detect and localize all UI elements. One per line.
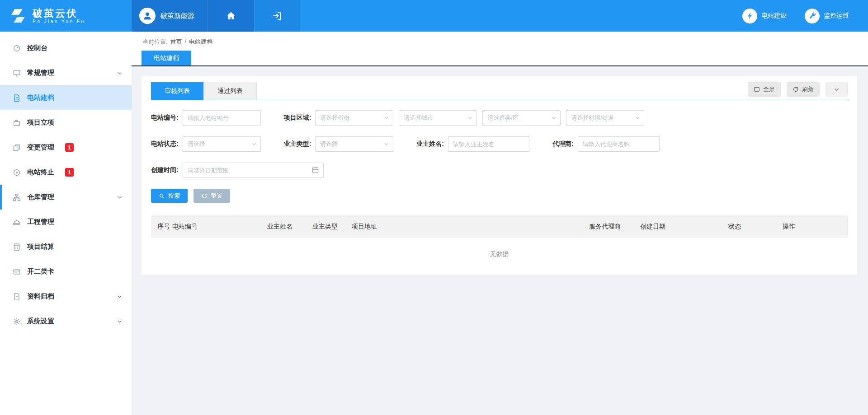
search-button[interactable]: 搜索 <box>151 189 188 203</box>
sidebar-item-label: 变更管理 <box>27 143 54 152</box>
town-select[interactable]: 请选择村镇/街道 <box>566 110 644 126</box>
sidebar-item-data-archive[interactable]: 资料归档 <box>0 284 132 309</box>
sidebar-item-change-mgmt[interactable]: 变更管理 1 <box>0 135 132 160</box>
region-label: 项目区域: <box>284 114 311 122</box>
sidebar-item-class2-card[interactable]: 开二类卡 <box>0 259 132 284</box>
archive-icon <box>13 293 21 301</box>
card-icon <box>13 268 21 276</box>
fullscreen-button[interactable]: 全屏 <box>748 82 781 97</box>
calculator-icon <box>13 243 21 251</box>
lightning-icon <box>742 9 757 23</box>
col-created-date: 创建日期 <box>640 223 728 231</box>
chevron-down-icon <box>251 141 257 147</box>
copy-icon <box>13 144 21 152</box>
panel-card: 审核列表 通过列表 全屏 刷新 <box>142 76 857 275</box>
brand-subtitle: Po Jian Yun Fu <box>33 19 85 24</box>
chevron-down-icon <box>117 70 123 76</box>
home-button[interactable] <box>208 0 254 32</box>
date-range-input[interactable] <box>183 163 324 178</box>
dashboard-icon <box>13 44 21 52</box>
empty-state-text: 无数据 <box>151 238 848 263</box>
sidebar-item-station-termination[interactable]: 电站终止 1 <box>0 160 132 185</box>
chevron-down-icon <box>467 115 473 121</box>
panel-tab-bar: 审核列表 通过列表 全屏 刷新 <box>151 82 848 100</box>
notification-badge: 1 <box>65 168 74 177</box>
col-project-address: 项目地址 <box>352 223 589 231</box>
sidebar-item-label: 仓库管理 <box>27 193 54 201</box>
chevron-down-icon <box>551 115 557 121</box>
city-select[interactable]: 请选择城市 <box>399 110 477 126</box>
col-owner-name: 业主姓名 <box>267 223 312 231</box>
sidebar-item-label: 项目立项 <box>27 118 54 127</box>
home-icon <box>226 11 236 21</box>
collapse-panel-button[interactable] <box>826 82 848 97</box>
brand-title: 破茧云伏 <box>33 8 85 19</box>
stop-icon <box>13 168 21 177</box>
sidebar-item-system-settings[interactable]: 系统设置 <box>0 309 132 334</box>
sidebar-item-engineering-mgmt[interactable]: 工程管理 <box>0 210 132 234</box>
sidebar-item-label: 工程管理 <box>27 218 54 226</box>
chevron-down-icon <box>384 115 389 121</box>
sidebar-item-label: 常规管理 <box>27 69 54 77</box>
owner-name-label: 业主姓名: <box>416 140 444 148</box>
reset-icon <box>201 193 208 199</box>
county-select[interactable]: 请选择县/区 <box>482 110 561 126</box>
logo-icon <box>9 9 27 23</box>
content-area: 审核列表 通过列表 全屏 刷新 <box>132 66 868 415</box>
owner-type-select[interactable]: 请选择 <box>315 136 393 152</box>
col-station-no: 电站编号 <box>172 223 267 231</box>
breadcrumb: 当前位置: 首页 / 电站建档 <box>132 38 868 46</box>
sidebar: 控制台 常规管理 电站建档 项目立项 <box>0 32 132 415</box>
nav-label: 电站建设 <box>761 12 787 20</box>
nav-monitor-ops[interactable]: 监控运维 <box>805 9 849 23</box>
agent-input[interactable] <box>578 136 660 152</box>
sidebar-item-dashboard[interactable]: 控制台 <box>0 36 132 61</box>
sidebar-item-station-filing[interactable]: 电站建档 <box>0 85 132 110</box>
app-header: 破茧云伏 Po Jian Yun Fu 破茧新能源 电站建 <box>0 0 868 32</box>
person-icon <box>142 11 152 21</box>
logout-button[interactable] <box>254 0 300 32</box>
breadcrumb-current: 电站建档 <box>189 38 212 46</box>
province-select[interactable]: 请选择省份 <box>315 110 393 126</box>
owner-type-label: 业主类型: <box>284 140 311 148</box>
brand-logo: 破茧云伏 Po Jian Yun Fu <box>0 0 132 32</box>
sidebar-item-general-mgmt[interactable]: 常规管理 <box>0 61 132 85</box>
owner-name-input[interactable] <box>448 136 529 152</box>
fullscreen-icon <box>754 86 760 93</box>
refresh-button[interactable]: 刷新 <box>787 82 820 97</box>
breadcrumb-zone: 当前位置: 首页 / 电站建档 电站建档 <box>132 32 868 66</box>
nav-station-construction[interactable]: 电站建设 <box>742 9 787 23</box>
user-menu[interactable]: 破茧新能源 <box>132 0 208 32</box>
nav-label: 监控运维 <box>824 12 849 20</box>
breadcrumb-separator: / <box>185 38 187 46</box>
chevron-down-icon <box>635 115 640 121</box>
sidebar-item-project-initiation[interactable]: 项目立项 <box>0 110 132 135</box>
chevron-down-icon <box>117 194 123 200</box>
station-no-input[interactable] <box>183 110 261 126</box>
col-actions: 操作 <box>783 223 841 231</box>
table-header-row: 序号 电站编号 业主姓名 业主类型 项目地址 服务代理商 创建日期 状态 操作 <box>151 215 848 238</box>
created-time-label: 创建时间: <box>151 166 179 174</box>
sitemap-icon <box>13 193 21 201</box>
tab-passed-list[interactable]: 通过列表 <box>203 82 257 100</box>
sidebar-item-label: 控制台 <box>27 44 47 52</box>
station-status-select[interactable]: 请选择 <box>183 136 261 152</box>
chevron-down-icon <box>834 86 840 93</box>
agent-label: 代理商: <box>552 140 574 148</box>
sidebar-item-project-settlement[interactable]: 项目结算 <box>0 234 132 259</box>
breadcrumb-home[interactable]: 首页 <box>170 38 182 46</box>
col-owner-type: 业主类型 <box>312 223 352 231</box>
tab-review-list[interactable]: 审核列表 <box>151 82 203 100</box>
avatar <box>139 8 156 24</box>
reset-button[interactable]: 重置 <box>193 189 230 203</box>
page-tab-bar: 电站建档 <box>132 51 868 66</box>
sidebar-item-label: 项目结算 <box>27 242 54 251</box>
gear-icon <box>13 317 21 326</box>
sidebar-item-label: 电站终止 <box>27 168 54 177</box>
col-service-agent: 服务代理商 <box>589 223 640 231</box>
sidebar-item-warehouse-mgmt[interactable]: 仓库管理 <box>0 185 132 210</box>
page-tab-station-filing[interactable]: 电站建档 <box>142 51 191 65</box>
wrench-icon <box>805 9 820 23</box>
header-spacer <box>300 0 742 32</box>
chevron-down-icon <box>117 294 123 299</box>
